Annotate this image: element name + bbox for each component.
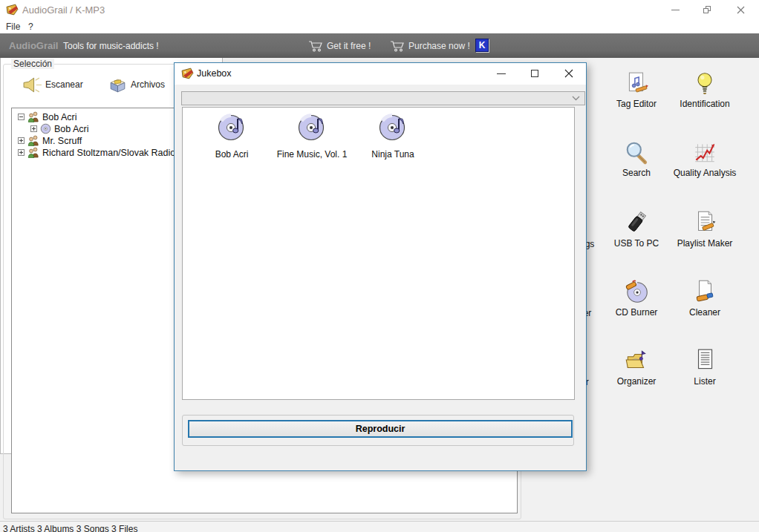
tree-item-label: Richard Stoltzman/Slovak Radio Syn: [42, 148, 194, 158]
statusbar: 3 Artists 3 Albums 3 Songs 3 Files: [0, 521, 759, 532]
dialog-maximize-button[interactable]: [522, 63, 547, 84]
tree-item-artist[interactable]: Richard Stoltzman/Slovak Radio Syn: [18, 146, 194, 159]
tree-item-label: Bob Acri: [54, 124, 89, 134]
chevron-down-icon: [572, 96, 580, 101]
tree-item-album[interactable]: Bob Acri: [30, 122, 89, 135]
tool-label: USB To PC: [603, 238, 670, 249]
jukebox-combobox[interactable]: [181, 91, 585, 105]
restore-icon: [703, 6, 711, 13]
dialog-minimize-button[interactable]: [489, 63, 514, 84]
tree-item-label: Bob Acri: [42, 112, 77, 122]
album-label: Ninja Tuna: [357, 149, 429, 160]
lightbulb-icon: [693, 71, 717, 96]
get-it-free-label: Get it free !: [327, 41, 371, 51]
menu-file[interactable]: File: [6, 22, 20, 32]
cart-icon: [308, 40, 323, 52]
tool-label: CD Burner: [603, 307, 670, 318]
menubar: File ?: [0, 20, 759, 33]
tool-label: Tag Editor: [603, 99, 670, 109]
chart-line-icon: [692, 140, 717, 165]
selection-group-label: Selección: [11, 59, 54, 69]
album-item[interactable]: Fine Music, Vol. 1: [276, 113, 348, 160]
minimize-button[interactable]: [662, 0, 688, 19]
close-icon: [564, 69, 573, 78]
album-item[interactable]: Ninja Tuna: [357, 113, 429, 160]
album-label: Bob Acri: [196, 149, 267, 160]
menu-help[interactable]: ?: [28, 22, 33, 32]
jukebox-dialog: Jukebox Bob Acri: [174, 62, 587, 471]
dialog-close-button[interactable]: [556, 63, 582, 84]
artist-icon: [27, 111, 39, 122]
titlebar: AudioGrail / K-MP3: [0, 0, 759, 20]
tool-label: Organizer: [603, 376, 670, 387]
cd-burner-icon: [623, 278, 650, 305]
artist-icon: [27, 135, 39, 146]
tree-item-label: Mr. Scruff: [42, 136, 82, 146]
tool-label: Quality Analysis: [671, 168, 738, 178]
tool-cleaner[interactable]: Cleaner: [671, 278, 738, 318]
tree-item-artist[interactable]: Mr. Scruff: [18, 134, 82, 147]
scan-button-label: Escanear: [45, 79, 83, 90]
tag-editor-icon: [624, 71, 649, 96]
tool-label: Search: [603, 168, 670, 178]
purchase-now-label: Purchase now !: [408, 41, 470, 51]
tree-item-artist[interactable]: Bob Acri: [18, 111, 77, 123]
tool-label: Lister: [671, 376, 738, 387]
collapse-icon[interactable]: [18, 114, 25, 120]
lister-document-icon: [692, 347, 717, 374]
play-button[interactable]: Reproducir: [188, 420, 573, 438]
tool-organizer[interactable]: Organizer: [603, 347, 670, 387]
files-button[interactable]: Archivos: [108, 71, 178, 98]
app-icon: [181, 68, 194, 80]
scan-button[interactable]: Escanear: [22, 71, 93, 98]
search-icon: [624, 140, 649, 165]
status-text: 3 Artists 3 Albums 3 Songs 3 Files: [3, 524, 137, 532]
jukebox-title: Jukebox: [197, 68, 232, 79]
cd-music-icon: [216, 113, 247, 144]
tool-label: Playlist Maker: [671, 238, 738, 249]
app-icon: [6, 4, 19, 16]
restore-button[interactable]: [694, 0, 720, 19]
archive-box-icon: [108, 75, 128, 95]
window-title: AudioGrail / K-MP3: [22, 4, 105, 16]
album-cd-icon: [40, 123, 51, 134]
album-label: Fine Music, Vol. 1: [276, 149, 348, 160]
playlist-icon: [692, 209, 717, 236]
purchase-now-link[interactable]: Purchase now !: [390, 38, 470, 54]
usb-stick-icon: [623, 209, 650, 236]
tool-usb-to-pc[interactable]: USB To PC: [603, 209, 670, 249]
expand-icon[interactable]: [30, 125, 37, 132]
tool-cd-burner[interactable]: CD Burner: [603, 278, 670, 318]
tool-tag-editor[interactable]: Tag Editor: [603, 71, 670, 109]
cd-music-icon: [377, 113, 408, 144]
close-button[interactable]: [728, 0, 753, 19]
cleaner-brush-icon: [692, 278, 717, 305]
tool-quality-analysis[interactable]: Quality Analysis: [671, 140, 738, 178]
album-list[interactable]: Bob Acri Fine Music, Vol. 1: [182, 107, 575, 400]
banner-tagline: Tools for music-addicts !: [63, 41, 159, 51]
k-mp3-logo-icon[interactable]: K: [475, 39, 489, 52]
album-item[interactable]: Bob Acri: [196, 113, 267, 160]
play-button-label: Reproducir: [356, 424, 405, 434]
maximize-icon: [531, 70, 538, 77]
tool-playlist-maker[interactable]: Playlist Maker: [671, 209, 738, 249]
expand-icon[interactable]: [18, 149, 25, 156]
cart-icon: [390, 40, 405, 52]
get-it-free-link[interactable]: Get it free !: [308, 38, 371, 54]
files-button-label: Archivos: [131, 79, 165, 90]
brand-logo: AudioGrail: [9, 40, 58, 51]
tool-search[interactable]: Search: [603, 140, 670, 178]
organizer-folder-icon: [623, 347, 650, 374]
jukebox-titlebar: Jukebox: [175, 63, 586, 85]
speaker-icon: [22, 75, 42, 95]
close-icon: [737, 6, 745, 14]
tool-label: Identification: [671, 99, 738, 109]
cd-music-icon: [296, 113, 328, 144]
artist-icon: [27, 147, 39, 158]
tool-lister[interactable]: Lister: [671, 347, 738, 387]
expand-icon[interactable]: [18, 137, 25, 144]
tool-label: Cleaner: [671, 307, 738, 318]
banner: AudioGrail Tools for music-addicts ! Get…: [0, 33, 759, 58]
tool-identification[interactable]: Identification: [671, 71, 738, 109]
